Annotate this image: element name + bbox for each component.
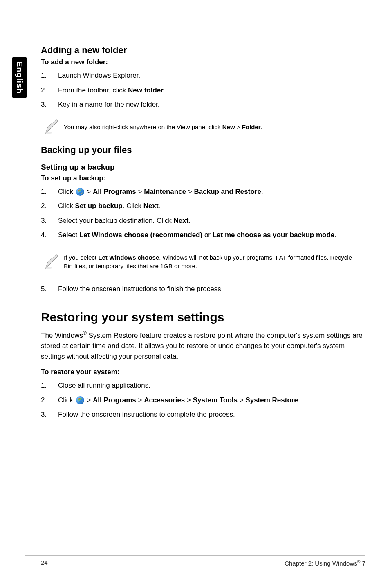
svg-point-1 — [45, 266, 52, 269]
text: . — [159, 202, 161, 210]
text: > — [235, 123, 242, 130]
text: > — [186, 188, 194, 195]
text: . — [298, 396, 300, 404]
content-area: Adding a new folder To add a new folder:… — [41, 45, 365, 420]
text: Chapter 2: Using Windows — [285, 560, 357, 567]
subheading-setup-backup: Setting up a backup — [41, 163, 365, 172]
page: English Adding a new folder To add a new… — [0, 0, 390, 588]
bold: New folder — [128, 86, 164, 94]
windows-start-icon — [76, 188, 84, 196]
pencil-icon — [41, 253, 64, 271]
list-item: 1. Launch Windows Explorer. — [41, 70, 365, 81]
steps-add-folder: 1. Launch Windows Explorer. 2. From the … — [41, 70, 365, 110]
step-number: 3. — [41, 215, 58, 226]
heading-backup: Backing up your files — [41, 145, 365, 155]
bold: New — [222, 123, 235, 130]
text: > — [238, 396, 245, 404]
svg-point-0 — [45, 132, 52, 134]
note-backup: If you select Let Windows choose, Window… — [41, 247, 365, 276]
step-number: 2. — [41, 201, 58, 211]
step-text: Follow the onscreen instructions to fini… — [58, 284, 365, 294]
note-text: You may also right-click anywhere on the… — [64, 117, 365, 137]
bold: Maintenance — [144, 188, 186, 195]
bold: System Restore — [245, 396, 298, 404]
text: Select your backup destination. Click — [58, 217, 174, 224]
bold: Accessories — [144, 396, 185, 404]
page-footer: 24 Chapter 2: Using Windows® 7 — [25, 555, 365, 567]
bold: Backup and Restore — [194, 188, 261, 195]
list-item: 2. From the toolbar, click New folder. — [41, 85, 365, 96]
lead-setup-backup: To set up a backup: — [41, 174, 365, 182]
text: Click — [58, 188, 75, 195]
step-number: 3. — [41, 409, 58, 420]
step-text: From the toolbar, click New folder. — [58, 85, 365, 96]
text: > — [85, 396, 93, 404]
list-item: 2. Click > All Programs > Accessories > … — [41, 395, 365, 406]
step-text: Click Set up backup. Click Next. — [58, 201, 365, 211]
text: > — [85, 188, 93, 195]
step-text: Click > All Programs > Maintenance > Bac… — [58, 186, 365, 197]
list-item: 3. Follow the onscreen instructions to c… — [41, 409, 365, 420]
text: > — [136, 188, 144, 195]
text: . Click — [123, 202, 143, 210]
chapter-label: Chapter 2: Using Windows® 7 — [285, 559, 365, 567]
step-number: 4. — [41, 230, 58, 240]
step-text: Select your backup destination. Click Ne… — [58, 215, 365, 226]
bold: Let Windows choose (recommended) — [79, 231, 202, 239]
lead-add-folder: To add a new folder: — [41, 58, 365, 66]
heading-adding-folder: Adding a new folder — [41, 45, 365, 56]
text: > — [185, 396, 193, 404]
bold: Next — [174, 217, 189, 224]
step-number: 2. — [41, 85, 58, 96]
heading-restore: Restoring your system settings — [41, 310, 365, 324]
text: The Windows — [41, 332, 83, 339]
text: You may also right-click anywhere on the… — [64, 123, 222, 130]
list-item: 5. Follow the onscreen instructions to f… — [41, 284, 365, 294]
note-text: If you select Let Windows choose, Window… — [64, 247, 365, 276]
bold: Folder — [242, 123, 261, 130]
lead-restore: To restore your system: — [41, 368, 365, 376]
steps-backup-cont: 5. Follow the onscreen instructions to f… — [41, 284, 365, 294]
bold: Let me choose as your backup mode — [213, 231, 335, 239]
bold: Let Windows choose — [98, 254, 159, 261]
bold: Next — [143, 202, 159, 210]
pencil-icon — [41, 118, 64, 136]
windows-start-icon — [76, 396, 84, 404]
steps-restore: 1. Close all running applications. 2. Cl… — [41, 380, 365, 420]
text: . — [188, 217, 191, 224]
list-item: 1. Close all running applications. — [41, 380, 365, 391]
text: Click — [58, 396, 75, 404]
list-item: 3. Key in a name for the new folder. — [41, 99, 365, 110]
step-number: 1. — [41, 380, 58, 391]
note-add-folder: You may also right-click anywhere on the… — [41, 117, 365, 137]
registered-mark: ® — [83, 330, 87, 336]
step-text: Key in a name for the new folder. — [58, 99, 365, 110]
text: > — [136, 396, 144, 404]
step-text: Select Let Windows choose (recommended) … — [58, 230, 365, 240]
list-item: 4. Select Let Windows choose (recommende… — [41, 230, 365, 240]
step-text: Launch Windows Explorer. — [58, 70, 365, 81]
text: . — [334, 231, 336, 239]
text: . — [261, 188, 263, 195]
text: Select — [58, 231, 79, 239]
bold: System Tools — [193, 396, 238, 404]
step-number: 1. — [41, 70, 58, 81]
text: or — [202, 231, 213, 239]
list-item: 1. Click > All Programs > Maintenance > … — [41, 186, 365, 197]
text: System Restore feature creates a restore… — [41, 332, 363, 360]
bold: All Programs — [93, 188, 136, 195]
text: . — [164, 86, 166, 94]
text: Click — [58, 202, 75, 210]
steps-backup: 1. Click > All Programs > Maintenance > … — [41, 186, 365, 240]
bold: All Programs — [93, 396, 136, 404]
language-tab: English — [12, 57, 27, 98]
bold: Set up backup — [75, 202, 123, 210]
text: . — [261, 123, 262, 130]
step-number: 2. — [41, 395, 58, 406]
text: If you select — [64, 254, 98, 261]
step-text: Close all running applications. — [58, 380, 365, 391]
list-item: 3. Select your backup destination. Click… — [41, 215, 365, 226]
step-text: Follow the onscreen instructions to comp… — [58, 409, 365, 420]
text: 7 — [360, 560, 365, 567]
restore-paragraph: The Windows® System Restore feature crea… — [41, 330, 365, 361]
